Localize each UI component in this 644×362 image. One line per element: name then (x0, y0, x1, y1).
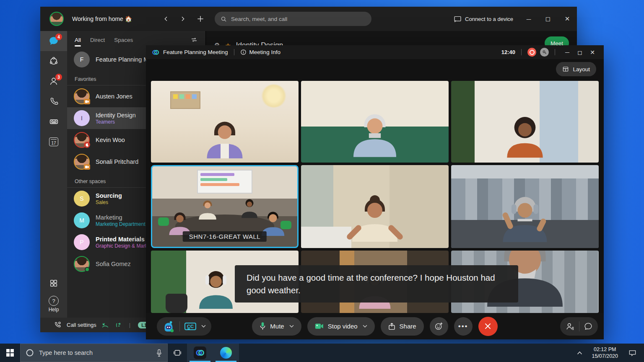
tab-direct[interactable]: Direct (90, 33, 105, 47)
divider (579, 321, 579, 331)
contacts-badge: 3 (55, 74, 62, 80)
taskbar-app-webex[interactable] (187, 344, 213, 362)
webex-assistant-icon[interactable] (162, 321, 175, 332)
meeting-window: Feature Planning Meeting Meeting Info 12… (146, 45, 604, 339)
sidebar-item-voicemail[interactable] (40, 111, 67, 132)
tab-spaces[interactable]: Spaces (114, 33, 133, 47)
sidebar-item-calls[interactable] (40, 91, 67, 111)
maximize-button[interactable]: ◻ (574, 49, 586, 56)
search-input[interactable] (231, 16, 366, 22)
assistant-cc-group: CC (157, 317, 211, 336)
closed-caption-text: Did you have a good time at the conferen… (235, 265, 518, 303)
call-settings-label[interactable]: Call settings (67, 322, 96, 328)
history-nav (163, 15, 205, 23)
taskbar-mic-icon[interactable] (156, 349, 162, 357)
maximize-button[interactable]: ◻ (544, 15, 552, 23)
video-tile-participant-kitchen[interactable] (301, 165, 449, 248)
lock-key-icon[interactable] (540, 48, 549, 57)
share-button[interactable]: Share (381, 317, 424, 336)
avatar: P (74, 234, 90, 250)
chevron-down-icon[interactable] (201, 325, 206, 328)
app-sidebar: 4 3 17 ? (40, 31, 67, 318)
layout-button[interactable]: Layout (556, 62, 596, 76)
meeting-info-link[interactable]: Meeting Info (249, 49, 280, 55)
chat-name: Austen Jones (96, 93, 132, 100)
minimize-button[interactable]: ─ (561, 49, 574, 56)
tab-all[interactable]: All (75, 33, 81, 47)
room-attendee (191, 193, 224, 224)
back-icon[interactable] (163, 16, 169, 22)
sidebar-item-help[interactable]: ? Help (49, 296, 59, 313)
sidebar-item-contacts[interactable]: 3 (40, 71, 67, 91)
closed-captions-toggle-icon[interactable]: CC (184, 323, 196, 330)
taskbar-search-input[interactable] (39, 349, 151, 356)
status-message[interactable]: Working from home 🏠 (72, 16, 132, 22)
panels-group (560, 317, 598, 336)
connect-device-label: Connect to a device (465, 16, 513, 22)
divider: | (129, 322, 130, 328)
recording-indicator-icon[interactable] (527, 48, 536, 57)
call-settings-icon (54, 321, 62, 329)
chevron-down-icon[interactable] (289, 325, 294, 328)
avatar: S (74, 191, 90, 207)
teams-icon (49, 56, 59, 66)
video-tile-participant-city-office[interactable] (451, 81, 599, 163)
close-button[interactable]: ✕ (586, 49, 599, 56)
participants-icon[interactable] (566, 322, 574, 331)
participant-silhouette (337, 185, 413, 248)
task-view-button[interactable] (168, 344, 187, 362)
camera-badge-icon (84, 164, 90, 170)
filter-icon[interactable] (190, 36, 198, 44)
chat-subtitle: Sales (96, 199, 122, 205)
avatar: F (74, 52, 90, 67)
close-x-icon (484, 323, 491, 330)
meeting-title: Feature Planning Meeting (163, 49, 228, 55)
chat-panel-icon[interactable] (584, 322, 592, 330)
sidebar-item-calendar[interactable]: 17 (40, 132, 67, 152)
dnd-badge-icon (84, 142, 90, 148)
mute-button[interactable]: Mute (252, 317, 301, 336)
sidebar-item-messaging[interactable]: 4 (40, 31, 67, 51)
webex-logo-icon (152, 49, 159, 56)
start-button[interactable] (0, 344, 20, 362)
windows-logo-icon (6, 349, 14, 357)
minimize-button[interactable]: ─ (525, 16, 532, 23)
close-button[interactable]: ✕ (564, 15, 571, 23)
video-tile-participant-rooftop[interactable] (451, 165, 599, 248)
meeting-controls-bar: CC Mute Stop video Share ••• (146, 313, 604, 339)
windows-taskbar: 02:12 PM 15/07/2020 (0, 344, 644, 362)
main-titlebar: Working from home 🏠 Connect to a device … (40, 7, 577, 31)
divider (555, 49, 555, 55)
show-hidden-icons-chevron[interactable] (573, 351, 586, 355)
reactions-button[interactable] (430, 317, 448, 336)
plus-icon[interactable] (196, 15, 205, 23)
chevron-down-icon[interactable] (363, 325, 367, 328)
call-forward-icon[interactable] (114, 322, 122, 328)
system-tray: 02:12 PM 15/07/2020 (573, 344, 644, 362)
sidebar-item-apps[interactable] (40, 273, 67, 293)
more-options-button[interactable]: ••• (454, 317, 473, 336)
global-search[interactable] (215, 12, 371, 26)
connect-device-button[interactable]: Connect to a device (454, 16, 513, 22)
stop-video-button[interactable]: Stop video (307, 317, 375, 336)
taskbar-search[interactable] (20, 344, 168, 362)
share-icon (388, 323, 395, 330)
action-center-icon[interactable] (624, 349, 641, 357)
chat-name: Sofia Gomez (96, 261, 131, 267)
call-pickup-icon[interactable] (101, 322, 109, 328)
video-tile-participant-green-sofa[interactable] (301, 81, 449, 163)
chat-subtitle: Teamers (96, 119, 136, 125)
taskbar-app-edge[interactable] (213, 344, 239, 362)
sidebar-item-teams[interactable] (40, 51, 67, 71)
video-tile-room-device[interactable]: SHN7-16-GREAT WALL (151, 165, 299, 248)
help-icon: ? (49, 296, 59, 306)
leave-meeting-button[interactable] (478, 317, 498, 336)
pin-board (170, 91, 200, 109)
voicemail-icon (49, 116, 59, 127)
taskbar-clock[interactable]: 02:12 PM 15/07/2020 (587, 346, 622, 360)
user-avatar[interactable] (49, 12, 64, 26)
video-tile-participant-home-office[interactable] (151, 81, 299, 163)
meeting-timer: 12:40 (501, 49, 515, 55)
forward-icon[interactable] (179, 16, 186, 22)
pendant-lamp (261, 84, 287, 108)
